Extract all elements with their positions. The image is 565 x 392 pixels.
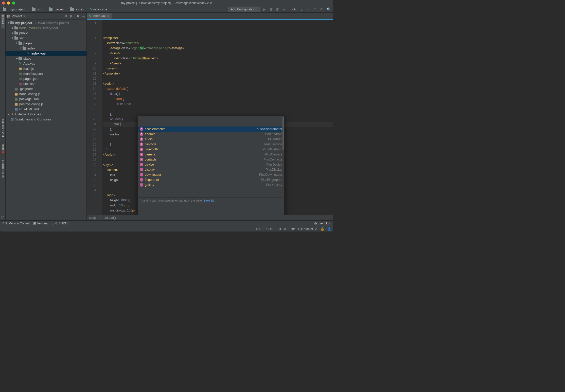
property-icon: P bbox=[140, 153, 143, 156]
autocomplete-item[interactable]: PgalleryPlusGallery bbox=[138, 182, 284, 187]
popup-footer: ^↓ and ^↑ will move caret down and up in… bbox=[138, 198, 284, 203]
project-panel-title: Project bbox=[12, 14, 22, 18]
autocomplete-item[interactable]: PdownloaderPlusDownloader bbox=[138, 172, 284, 177]
line-ending[interactable]: CRLF bbox=[267, 227, 274, 231]
git-history-icon[interactable]: ◷ bbox=[313, 7, 317, 11]
autocomplete-item[interactable]: PaudioPlusAudio bbox=[138, 137, 284, 142]
tree-item[interactable]: ▦uni.scss bbox=[6, 81, 86, 86]
property-icon: P bbox=[140, 168, 143, 171]
tree-item[interactable]: ▶static bbox=[6, 56, 86, 61]
traffic-lights bbox=[2, 2, 15, 5]
todo-button[interactable]: ☲ 6: TODO bbox=[52, 222, 67, 225]
status-bar: 18:18 CRLF UTF-8 Tab* Git: master ⎇ 🔒 👤 bbox=[0, 226, 333, 231]
breadcrumb-file[interactable]: index.vue bbox=[93, 7, 108, 11]
property-icon: P bbox=[140, 148, 143, 151]
indent-mode[interactable]: Tab* bbox=[289, 227, 295, 231]
minimize-icon[interactable] bbox=[7, 2, 10, 5]
git-branch[interactable]: Git: master ⎇ bbox=[298, 227, 317, 231]
encoding[interactable]: UTF-8 bbox=[277, 227, 286, 231]
coverage-icon[interactable]: ◧ bbox=[275, 7, 280, 11]
tree-item[interactable]: ▦babel.config.js bbox=[6, 91, 86, 96]
tree-item[interactable]: ▦manifest.json bbox=[6, 71, 86, 76]
struct-crumb[interactable]: script bbox=[89, 216, 97, 220]
expand-icon[interactable]: ⇵ bbox=[70, 14, 73, 18]
property-icon: P bbox=[140, 127, 143, 131]
git-update-icon[interactable]: ↙ bbox=[299, 7, 304, 11]
git-rollback-icon[interactable]: ↶ bbox=[319, 7, 324, 11]
project-panel: ▤ Project ▾ ✥ ⇵ ✱ — ▼my-project~/Downloa… bbox=[6, 13, 87, 220]
breadcrumb[interactable]: my-project 〉 src 〉 pages 〉 index 〉 Vinde… bbox=[2, 7, 108, 12]
tree-item[interactable]: ▦.gitignore bbox=[6, 86, 86, 91]
tab-structure[interactable]: ⧉7: Structure bbox=[1, 158, 5, 179]
popup-scrollbar[interactable] bbox=[282, 117, 284, 150]
tree-item[interactable]: ▧Scratches and Consoles bbox=[6, 117, 86, 122]
tree-item[interactable]: ▼pages bbox=[6, 41, 86, 46]
maximize-icon[interactable] bbox=[12, 2, 15, 5]
version-control-button[interactable]: ↱ 9: Version Control bbox=[2, 222, 30, 225]
property-icon: P bbox=[140, 142, 143, 146]
tab-favorites[interactable]: ★2: Favorites bbox=[1, 118, 5, 139]
tree-item[interactable]: ▶public bbox=[6, 30, 86, 35]
property-icon: P bbox=[140, 137, 143, 141]
tree-item[interactable]: ▶⫴External Libraries bbox=[6, 112, 86, 117]
property-icon: P bbox=[140, 163, 143, 166]
code-breadcrumb[interactable]: script 〉 onLoad() bbox=[87, 215, 333, 220]
tree-item[interactable]: ▼my-project~/Downloads/my-project bbox=[6, 20, 86, 25]
autocomplete-item[interactable]: PandroidPlusAndroid bbox=[138, 132, 284, 137]
hide-icon[interactable]: — bbox=[82, 14, 85, 18]
autocomplete-item[interactable]: PcameraPlusCamera bbox=[138, 152, 284, 157]
git-commit-icon[interactable]: ✓ bbox=[306, 7, 311, 11]
breadcrumb-item[interactable]: src bbox=[38, 7, 42, 11]
tab-project[interactable]: 1: Project bbox=[1, 14, 5, 28]
close-tab-icon[interactable]: × bbox=[107, 14, 109, 18]
autocomplete-popup[interactable]: PaccelerometerPlusAccelerometerPandroidP… bbox=[137, 116, 285, 215]
property-icon: P bbox=[140, 173, 143, 176]
search-icon[interactable]: 🔍 bbox=[326, 7, 332, 11]
tree-item[interactable]: Vindex.vue bbox=[6, 51, 86, 56]
next-tip-link[interactable]: Next Tip bbox=[204, 198, 214, 203]
fold-column[interactable] bbox=[99, 20, 102, 215]
debug-icon[interactable]: ⬢ bbox=[269, 7, 273, 11]
breadcrumb-item[interactable]: pages bbox=[55, 7, 64, 11]
autocomplete-item[interactable]: PaccelerometerPlusAccelerometer bbox=[138, 127, 284, 132]
tree-item[interactable]: ▦postcss.config.js bbox=[6, 101, 86, 106]
autocomplete-item[interactable]: PdevicePlusDevice bbox=[138, 162, 284, 167]
close-icon[interactable] bbox=[2, 2, 5, 5]
line-gutter[interactable]: 1234567891011121314151617181920212223242… bbox=[87, 20, 99, 215]
tree-item[interactable]: ▦package.json bbox=[6, 96, 86, 101]
breadcrumb-item[interactable]: index bbox=[76, 7, 84, 11]
tree-item[interactable]: ▦pages.json bbox=[6, 76, 86, 81]
lock-icon[interactable]: 🔒 bbox=[321, 227, 324, 231]
window-icon[interactable]: ◱ bbox=[0, 215, 5, 220]
locate-icon[interactable]: ✥ bbox=[65, 14, 68, 18]
tree-item[interactable]: ▼src bbox=[6, 35, 86, 41]
autocomplete-item[interactable]: PbarcodePlusBarcode bbox=[138, 142, 284, 147]
property-icon: P bbox=[140, 183, 143, 187]
tree-item[interactable]: ▼index bbox=[6, 46, 86, 51]
breadcrumb-root[interactable]: my-project bbox=[9, 7, 25, 11]
inspector-icon[interactable]: 👤 bbox=[327, 227, 331, 231]
tab-npm[interactable]: ⬢npm bbox=[1, 143, 5, 155]
tree-item[interactable]: ▶node_moduleslibrary root bbox=[6, 25, 86, 30]
more-icon[interactable]: ⋮ bbox=[279, 198, 282, 203]
terminal-button[interactable]: ▣ Terminal bbox=[33, 222, 48, 225]
autocomplete-item[interactable]: PcontactsPlusContacts bbox=[138, 157, 284, 162]
property-icon: P bbox=[140, 178, 143, 182]
autocomplete-item[interactable]: PbluetoothPlusBluetooth bbox=[138, 147, 284, 152]
code-editor[interactable]: <template> <view class="content"> <image… bbox=[102, 20, 333, 215]
run-icon[interactable]: ▶ bbox=[262, 7, 267, 11]
settings-icon[interactable]: ✱ bbox=[77, 14, 80, 18]
caret-position[interactable]: 18:18 bbox=[256, 227, 263, 231]
autocomplete-item[interactable]: PfingerprintPlusFingerprint bbox=[138, 177, 284, 182]
tree-item[interactable]: ▦README.md bbox=[6, 106, 86, 112]
event-log-button[interactable]: ◔ Event Log bbox=[314, 222, 331, 225]
project-tree[interactable]: ▼my-project~/Downloads/my-project▶node_m… bbox=[6, 20, 86, 220]
tree-item[interactable]: ▦main.js bbox=[6, 66, 86, 71]
editor-tabs: V index.vue × bbox=[87, 13, 333, 20]
autocomplete-item[interactable]: PdisplayPlusDisplay bbox=[138, 167, 284, 172]
add-configuration-button[interactable]: Add Configuration... bbox=[228, 7, 260, 12]
stop-icon[interactable]: ■ bbox=[282, 7, 286, 11]
struct-crumb[interactable]: onLoad() bbox=[104, 216, 116, 220]
tree-item[interactable]: VApp.vue bbox=[6, 61, 86, 66]
editor-tab[interactable]: V index.vue × bbox=[87, 13, 112, 19]
